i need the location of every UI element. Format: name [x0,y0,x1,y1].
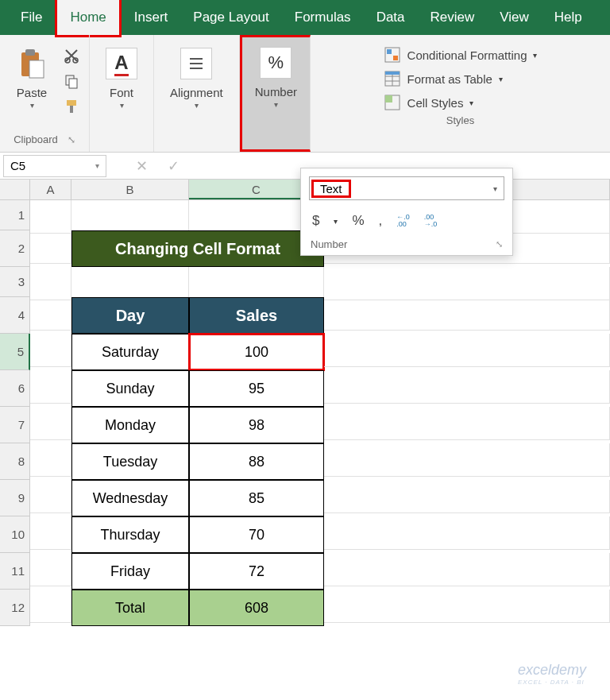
table-cell-sales[interactable]: 100 [189,334,324,370]
enter-formula-icon[interactable]: ✓ [157,157,189,175]
cell[interactable] [324,370,610,404]
table-cell-sales[interactable]: 85 [189,480,324,516]
row-header[interactable]: 12 [0,590,30,626]
table-cell-day[interactable]: Monday [71,407,189,443]
group-styles: Conditional Formatting ▾ Format as Table… [311,35,610,152]
select-all-corner[interactable] [0,180,30,199]
row-header[interactable]: 6 [0,370,30,407]
table-cell-sales[interactable]: 70 [189,516,324,553]
cell[interactable] [324,590,610,623]
cell-styles-button[interactable]: Cell Styles ▾ [384,94,538,111]
cell[interactable] [30,480,71,513]
font-button[interactable]: A Font ▾ [98,43,145,114]
row-header[interactable]: 9 [0,480,30,516]
table-cell-day[interactable]: Friday [71,553,189,590]
table-cell-day[interactable]: Sunday [71,370,189,407]
cell[interactable] [324,443,610,477]
tab-view[interactable]: View [487,0,542,35]
format-painter-icon[interactable] [62,97,81,116]
cell[interactable] [30,334,71,367]
row-header[interactable]: 8 [0,443,30,480]
tab-review[interactable]: Review [418,0,488,35]
svg-rect-8 [70,106,73,113]
cell[interactable] [30,230,71,264]
tab-home[interactable]: Home [55,0,121,37]
comma-format-button[interactable]: , [379,213,383,229]
chevron-down-icon: ▾ [274,100,278,109]
row-header[interactable]: 7 [0,407,30,443]
row-header[interactable]: 11 [0,553,30,590]
cell[interactable] [324,553,610,586]
increase-decimal-button[interactable]: ←.0.00 [396,214,410,228]
col-header-a[interactable]: A [30,180,71,199]
chevron-down-icon: ▾ [469,99,473,107]
cell[interactable] [30,370,71,404]
table-header-sales[interactable]: Sales [189,297,324,334]
table-cell-sales[interactable]: 72 [189,553,324,590]
table-cell-day[interactable]: Saturday [71,334,189,370]
tab-file[interactable]: File [8,0,55,35]
name-box[interactable]: C5 ▾ [3,155,106,177]
number-button[interactable]: % Number ▾ [247,42,305,114]
clipboard-launcher-icon[interactable]: ⤡ [68,134,75,145]
cell[interactable] [30,407,71,440]
tab-insert[interactable]: Insert [122,0,181,35]
row-header[interactable]: 1 [0,200,30,230]
col-header-b[interactable]: B [71,180,189,199]
copy-icon[interactable] [62,72,81,91]
decrease-decimal-button[interactable]: .00→.0 [424,214,438,228]
cell[interactable] [324,297,610,331]
table-cell-day[interactable]: Thursday [71,516,189,553]
format-as-table-button[interactable]: Format as Table ▾ [384,70,538,87]
cell[interactable] [30,297,71,331]
row-header[interactable]: 4 [0,297,30,334]
table-total-value[interactable]: 608 [189,590,324,626]
table-cell-sales[interactable]: 98 [189,407,324,443]
cancel-formula-icon[interactable]: ✕ [125,157,157,175]
table-cell-sales[interactable]: 88 [189,443,324,480]
cut-icon[interactable] [62,46,81,65]
row-header[interactable]: 3 [0,267,30,297]
conditional-formatting-icon [384,46,401,64]
cell[interactable] [189,267,324,300]
row-header[interactable]: 5 [0,334,30,370]
cell[interactable] [324,407,610,440]
svg-rect-21 [385,95,392,102]
number-launcher-icon[interactable]: ⤡ [496,239,503,249]
cell[interactable] [30,443,71,477]
percent-format-button[interactable]: % [352,213,364,229]
cell[interactable] [71,267,189,300]
ribbon-tabs: File Home Insert Page Layout Formulas Da… [0,0,610,35]
cell[interactable] [324,516,610,550]
cell[interactable] [30,267,71,300]
conditional-formatting-button[interactable]: Conditional Formatting ▾ [384,46,538,64]
row-header[interactable]: 10 [0,516,30,553]
cell[interactable] [71,200,189,234]
tab-data[interactable]: Data [364,0,418,35]
cell[interactable] [30,590,71,623]
alignment-button[interactable]: Alignment ▾ [162,43,231,114]
table-total-label[interactable]: Total [71,590,189,626]
tab-help[interactable]: Help [542,0,595,35]
tab-formulas[interactable]: Formulas [282,0,364,35]
font-label: Font [110,86,133,99]
cell-styles-icon [384,94,401,111]
chevron-down-icon: ▾ [493,184,497,193]
table-cell-sales[interactable]: 95 [189,370,324,407]
tab-page-layout[interactable]: Page Layout [180,0,281,35]
row-header[interactable]: 2 [0,230,30,267]
cell[interactable] [324,480,610,513]
format-table-icon [384,70,401,87]
cell[interactable] [30,200,71,234]
cell[interactable] [324,267,610,300]
cell[interactable] [30,516,71,550]
table-header-day[interactable]: Day [71,297,189,334]
cell[interactable] [324,334,610,367]
accounting-format-button[interactable]: $ [312,213,319,229]
table-title[interactable]: Changing Cell Format [71,230,324,267]
table-cell-day[interactable]: Tuesday [71,443,189,480]
paste-button[interactable]: Paste ▾ [8,43,56,114]
number-format-select[interactable]: Text ▾ [309,176,504,200]
cell[interactable] [30,553,71,586]
table-cell-day[interactable]: Wednesday [71,480,189,516]
